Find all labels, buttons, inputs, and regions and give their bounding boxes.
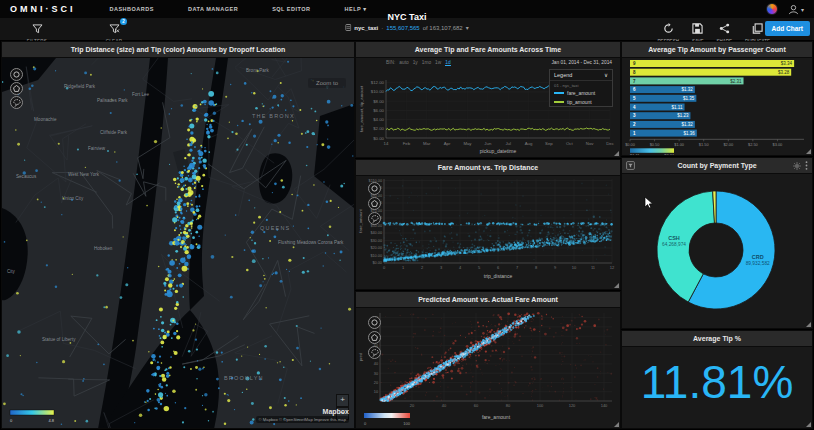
mapbox-logo[interactable]: Mapbox [256, 408, 349, 415]
tip-by-passenger-panel: Average Tip Amount by Passenger Count 9$… [622, 42, 812, 155]
filters-button[interactable]: FILTERS [18, 20, 56, 44]
bin-option-1d[interactable]: 1d [445, 60, 450, 66]
svg-text:89,932,582: 89,932,582 [746, 261, 770, 266]
panel-resize-handle[interactable] [806, 422, 811, 427]
scatter-polygon-select-tool[interactable] [368, 331, 381, 344]
svg-text:CRD: CRD [752, 254, 764, 260]
svg-text:$3.34: $3.34 [664, 153, 675, 155]
svg-text:10: 10 [572, 265, 577, 270]
panel-resize-handle[interactable] [806, 149, 811, 154]
zoom-to-control[interactable]: Zoom to [308, 78, 346, 88]
panel-filter-icon[interactable] [626, 161, 635, 170]
svg-text:$2.00: $2.00 [373, 126, 384, 131]
svg-text:fare_amount: fare_amount [358, 208, 363, 232]
omnisci-logo[interactable]: OMNI·SCI [10, 4, 76, 14]
scatter-points[interactable] [380, 312, 613, 402]
clear-filters-button[interactable]: 2 CLEAR [95, 20, 133, 44]
map-polygon-select-tool[interactable] [10, 82, 23, 95]
nav-item-sql-editor[interactable]: SQL EDITOR [272, 6, 310, 12]
panel-resize-handle[interactable] [614, 422, 619, 427]
panel-resize-handle[interactable] [614, 283, 619, 288]
save-button[interactable]: SAVE [692, 20, 704, 44]
legend-item-fare_amount[interactable]: fare_amount [550, 88, 612, 97]
timeline-panel-titlebar[interactable]: Average Tip and Fare Amounts Across Time [356, 42, 620, 58]
gear-icon[interactable] [793, 162, 801, 170]
save-icon [692, 20, 703, 37]
svg-text:Feb: Feb [403, 141, 411, 146]
map-label: Palisades Park [97, 98, 128, 103]
filtered-row-count: 155,607,565 [386, 25, 419, 31]
predicted-vs-actual-titlebar[interactable]: Predicted Amount vs. Actual Fare Amount [356, 292, 620, 308]
svg-text:7: 7 [516, 265, 519, 270]
svg-text:8: 8 [535, 265, 538, 270]
bar-passenger-8[interactable] [630, 69, 791, 76]
map-circle-select-tool[interactable] [10, 68, 23, 81]
svg-text:$10.00: $10.00 [371, 89, 385, 94]
map-label: Moonachie [34, 117, 57, 122]
legend-item-tip_amount[interactable]: tip_amount [550, 97, 612, 106]
scatter-points[interactable] [383, 181, 613, 263]
bar-passenger-7[interactable] [630, 77, 744, 84]
scatter-lasso-select-tool[interactable] [368, 346, 381, 359]
scatter-polygon-select-tool[interactable] [368, 197, 381, 210]
svg-text:10: 10 [374, 390, 378, 394]
map-label: Fairview [88, 146, 106, 151]
svg-text:4: 4 [459, 265, 462, 270]
bin-option-1w[interactable]: 1w [435, 60, 441, 65]
date-range-label[interactable]: Jan 01, 2014 - Dec 31, 2014 [551, 60, 612, 65]
svg-text:Mar: Mar [423, 141, 431, 146]
scatter-circle-select-tool[interactable] [368, 182, 381, 195]
filter-clear-icon [109, 24, 120, 34]
svg-text:80: 80 [506, 403, 511, 408]
bar-passenger-9[interactable] [630, 60, 794, 67]
svg-text:$0.00: $0.00 [372, 261, 382, 265]
svg-text:$30.00: $30.00 [370, 239, 382, 243]
legend-header[interactable]: Legend ∨ [550, 70, 612, 81]
svg-text:$1.00: $1.00 [674, 142, 685, 147]
fare-vs-trip-titlebar[interactable]: Fare Amount vs. Trip Distance [356, 160, 620, 176]
bin-option-1mo[interactable]: 1mo [422, 60, 431, 65]
share-icon [719, 20, 730, 37]
svg-text:$8.00: $8.00 [373, 99, 384, 104]
svg-text:$1.36: $1.36 [684, 131, 696, 136]
average-tip-pct-titlebar[interactable]: Average Tip % [622, 331, 812, 347]
svg-text:trip_distance: trip_distance [484, 273, 513, 279]
svg-text:0: 0 [364, 421, 367, 426]
nav-item-data-manager[interactable]: DATA MANAGER [188, 6, 238, 12]
svg-text:4.8: 4.8 [48, 418, 54, 423]
dashboard-title[interactable]: NYC Taxi [345, 12, 468, 22]
add-chart-button[interactable]: Add Chart [765, 21, 810, 36]
share-button[interactable]: SHARE [717, 20, 733, 44]
kebab-menu-icon[interactable] [805, 161, 808, 170]
svg-text:$40.00: $40.00 [370, 231, 382, 235]
svg-text:CSH: CSH [668, 235, 680, 241]
map-lasso-select-tool[interactable] [10, 96, 23, 109]
total-row-count: of 163,107,682 [423, 25, 463, 31]
user-icon [788, 4, 799, 15]
map-label: Bronx Park [246, 68, 269, 73]
source-caret-icon: ▾ [466, 24, 469, 31]
svg-text:$6.00: $6.00 [373, 108, 384, 113]
chart-legend: Legend ∨ 01 - nyc_taxi fare_amounttip_am… [549, 69, 613, 107]
svg-text:May: May [463, 141, 472, 146]
bin-option-1y[interactable]: 1y [413, 60, 418, 65]
map-canvas[interactable]: Ridgefield ParkPalisades ParkFort LeeMoo… [2, 58, 354, 428]
nav-item-dashboards[interactable]: DASHBOARDS [110, 6, 154, 12]
award-badge-icon[interactable] [766, 3, 778, 15]
user-menu[interactable]: ▾ [788, 4, 804, 15]
panel-resize-handle[interactable] [806, 322, 811, 327]
bin-option-auto[interactable]: auto [399, 60, 408, 65]
map-chart-panel: Trip Distance (size) and Tip (color) Amo… [2, 42, 354, 428]
data-source-summary[interactable]: nyc_taxi · 155,607,565 of 163,107,682 ▾ [345, 24, 468, 31]
payment-type-titlebar[interactable]: Count by Payment Type [622, 158, 812, 174]
scatter-circle-select-tool[interactable] [368, 316, 381, 329]
tip-by-passenger-titlebar[interactable]: Average Tip Amount by Passenger Count [622, 42, 812, 58]
map-panel-titlebar[interactable]: Trip Distance (size) and Tip (color) Amo… [2, 42, 354, 58]
scatter-lasso-select-tool[interactable] [368, 212, 381, 225]
refresh-button[interactable]: REFRESH [657, 20, 679, 44]
map-zoom-in-button[interactable]: + [336, 394, 349, 407]
dashboard-title-block: NYC Taxi nyc_taxi · 155,607,565 of 163,1… [345, 12, 468, 31]
svg-text:pickup_datetime: pickup_datetime [480, 148, 517, 154]
map-copyright[interactable]: © Mapbox © OpenStreetMap Improve this ma… [256, 416, 349, 423]
panel-resize-handle[interactable] [614, 151, 619, 156]
